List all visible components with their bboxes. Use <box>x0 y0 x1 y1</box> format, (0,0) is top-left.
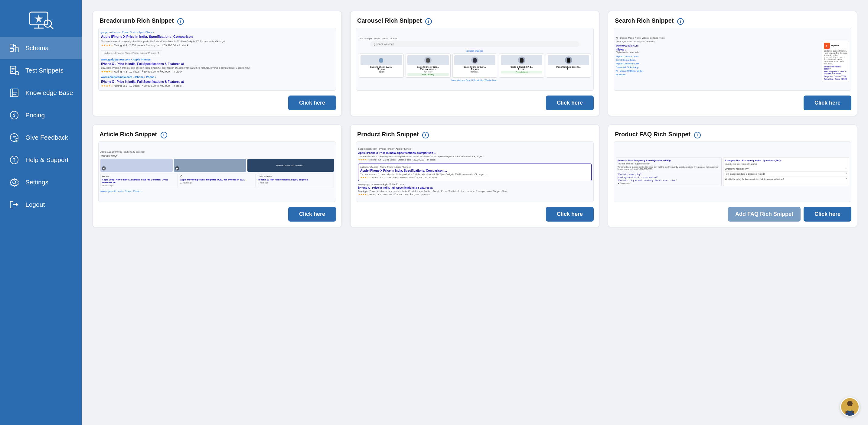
svg-line-5 <box>51 26 53 29</box>
card-footer-product: Click here <box>350 202 599 227</box>
card-preview-search: AllImagesMapsNewsVideosSettingsTools Abo… <box>614 28 851 91</box>
breadcrumb-click-here-button[interactable]: Click here <box>288 96 336 110</box>
svg-point-50 <box>848 403 849 403</box>
sidebar-item-settings-label: Settings <box>25 178 49 186</box>
card-search-rich-snippet: Search Rich Snippet i AllImagesMapsNewsV… <box>608 11 857 116</box>
sidebar-navigation: Schema Test Snippets Knowledge Base $ Pr… <box>0 37 82 216</box>
article-click-here-button[interactable]: Click here <box>288 207 336 222</box>
svg-text:$: $ <box>13 113 16 118</box>
product-faq-info-icon[interactable]: i <box>694 132 701 138</box>
card-title-article: Article Rich Snippet i <box>99 131 167 138</box>
logout-icon <box>8 199 20 210</box>
sidebar-item-help-support-label: Help & Support <box>25 156 68 164</box>
card-title-product: Product Rich Snippet i <box>357 131 429 138</box>
search-click-here-button[interactable]: Click here <box>804 96 851 110</box>
card-header-product: Product Rich Snippet i <box>350 125 599 141</box>
sidebar-item-schema-label: Schema <box>25 44 49 52</box>
card-title-product-faq: Product FAQ Rich Snippet i <box>615 131 701 138</box>
carousel-info-icon[interactable]: i <box>425 18 432 25</box>
svg-marker-3 <box>34 14 43 23</box>
card-breadcrumb-rich-snippet: Breadcrumb Rich Snippet i gadgets.ndtv.c… <box>93 11 342 116</box>
add-faq-rich-snippet-button[interactable]: Add FAQ Rich Snippet <box>728 207 801 222</box>
svg-rect-11 <box>16 48 19 52</box>
sidebar-logo <box>0 0 82 37</box>
avatar-bubble[interactable] <box>840 397 860 417</box>
sidebar-item-pricing-label: Pricing <box>25 111 45 119</box>
sidebar-item-knowledge-base[interactable]: Knowledge Base <box>0 81 82 104</box>
svg-rect-40 <box>426 58 430 63</box>
card-footer-product-faq: Add FAQ Rich Snippet Click here <box>608 202 857 227</box>
sidebar-item-test-snippets[interactable]: Test Snippets <box>0 59 82 81</box>
card-product-faq-rich-snippet: Product FAQ Rich Snippet i Example Site … <box>608 125 857 227</box>
svg-rect-7 <box>10 48 13 52</box>
svg-rect-46 <box>567 58 570 63</box>
card-header-article: Article Rich Snippet i <box>93 125 341 141</box>
product-info-icon[interactable]: i <box>422 132 429 138</box>
card-preview-carousel: AllImagesMapsNewsVideos g shock watches … <box>356 28 594 91</box>
card-preview-product: gadgets.ndtv.com › Phone Finder › Apple … <box>356 141 594 202</box>
product-click-here-button[interactable]: Click here <box>546 207 594 222</box>
svg-rect-44 <box>520 58 524 63</box>
svg-text:?: ? <box>13 158 16 163</box>
main-content: Breadcrumb Rich Snippet i gadgets.ndtv.c… <box>82 0 868 425</box>
article-info-icon[interactable]: i <box>161 132 167 138</box>
card-title-carousel: Carousel Rich Snippet i <box>357 17 432 25</box>
card-article-rich-snippet: Article Rich Snippet i About 8,31,00,00,… <box>93 125 342 227</box>
avatar-person-icon <box>842 399 858 416</box>
product-faq-click-here-button[interactable]: Click here <box>804 207 851 222</box>
card-title-breadcrumb: Breadcrumb Rich Snippet i <box>99 17 184 25</box>
card-carousel-rich-snippet: Carousel Rich Snippet i AllImagesMapsNew… <box>350 11 599 116</box>
card-header-search: Search Rich Snippet i <box>608 11 857 28</box>
card-preview-breadcrumb: gadgets.ndtv.com › Phone Finder › Apple … <box>98 28 336 91</box>
card-preview-article: About 8,31,00,00,000 results (0.40 secon… <box>98 141 336 202</box>
svg-rect-42 <box>473 58 477 63</box>
svg-point-33 <box>13 181 16 184</box>
card-footer-breadcrumb: Click here <box>93 91 341 116</box>
svg-rect-38 <box>379 58 383 63</box>
sidebar: Schema Test Snippets Knowledge Base $ Pr… <box>0 0 82 425</box>
test-snippets-icon <box>8 65 20 76</box>
sidebar-item-test-snippets-label: Test Snippets <box>25 67 63 74</box>
feedback-icon: ★ <box>8 132 20 143</box>
card-header-product-faq: Product FAQ Rich Snippet i <box>608 125 857 141</box>
cards-grid: Breadcrumb Rich Snippet i gadgets.ndtv.c… <box>93 11 857 227</box>
svg-point-51 <box>851 403 852 403</box>
svg-text:★: ★ <box>16 139 18 142</box>
card-footer-carousel: Click here <box>350 91 599 116</box>
card-footer-search: Click here <box>608 91 857 116</box>
search-info-icon[interactable]: i <box>677 18 684 25</box>
svg-rect-6 <box>10 44 13 47</box>
sidebar-item-logout[interactable]: Logout <box>0 193 82 216</box>
carousel-click-here-button[interactable]: Click here <box>546 96 594 110</box>
svg-line-17 <box>18 74 19 75</box>
sidebar-item-give-feedback[interactable]: ★ Give Feedback <box>0 126 82 149</box>
sidebar-item-schema[interactable]: Schema <box>0 37 82 59</box>
settings-icon <box>8 176 20 188</box>
sidebar-item-knowledge-base-label: Knowledge Base <box>25 89 73 96</box>
card-product-rich-snippet: Product Rich Snippet i gadgets.ndtv.com … <box>350 125 599 227</box>
card-header-breadcrumb: Breadcrumb Rich Snippet i <box>93 11 341 28</box>
pricing-icon: $ <box>8 109 20 121</box>
svg-point-47 <box>847 401 852 406</box>
card-footer-article: Click here <box>93 202 341 227</box>
card-title-search: Search Rich Snippet i <box>615 17 684 25</box>
card-header-carousel: Carousel Rich Snippet i <box>350 11 599 28</box>
knowledge-base-icon <box>8 87 20 99</box>
breadcrumb-info-icon[interactable]: i <box>177 18 184 25</box>
card-preview-product-faq: Example Site - Frequently Asked Question… <box>614 141 851 202</box>
app-logo-icon <box>27 8 55 30</box>
sidebar-item-logout-label: Logout <box>25 201 45 208</box>
schema-icon <box>8 42 20 54</box>
sidebar-item-give-feedback-label: Give Feedback <box>25 134 68 141</box>
sidebar-item-settings[interactable]: Settings <box>0 171 82 193</box>
sidebar-item-pricing[interactable]: $ Pricing <box>0 104 82 126</box>
help-icon: ? <box>8 154 20 166</box>
sidebar-item-help-support[interactable]: ? Help & Support <box>0 149 82 171</box>
